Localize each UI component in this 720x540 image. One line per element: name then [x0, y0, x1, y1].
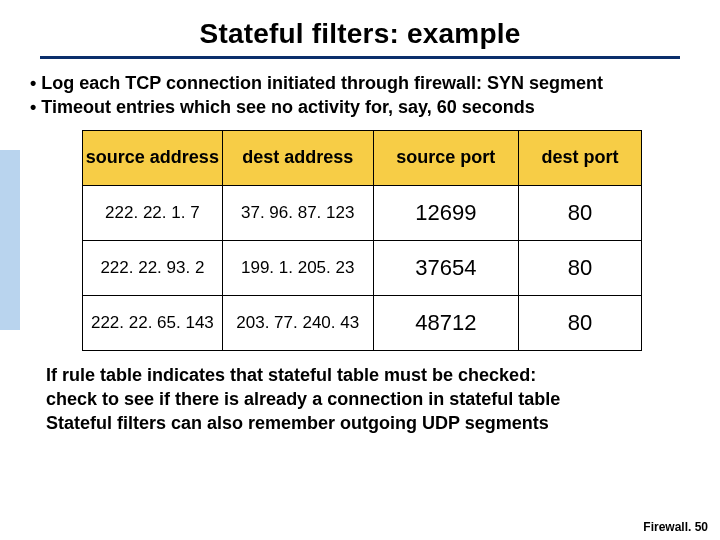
col-header-dest-port: dest port	[519, 130, 642, 185]
closing-line: If rule table indicates that stateful ta…	[46, 363, 708, 387]
cell-source-address: 222. 22. 65. 143	[83, 295, 223, 350]
closing-line: check to see if there is already a conne…	[46, 387, 708, 411]
slide-footer: Firewall. 50	[643, 520, 708, 534]
table-header-row: source address dest address source port …	[83, 130, 642, 185]
stateful-table-wrap: source address dest address source port …	[82, 130, 642, 351]
col-header-source-port: source port	[373, 130, 518, 185]
bullet-item: Timeout entries which see no activity fo…	[30, 95, 708, 119]
col-header-label: dest port	[541, 147, 618, 167]
bullet-list: Log each TCP connection initiated throug…	[30, 71, 708, 120]
cell-dest-port: 80	[519, 240, 642, 295]
col-header-source-address: source address	[83, 130, 223, 185]
closing-line: Stateful filters can also remember outgo…	[46, 411, 708, 435]
slide-title: Stateful filters: example	[200, 18, 521, 50]
cell-source-port: 12699	[373, 185, 518, 240]
cell-dest-port: 80	[519, 295, 642, 350]
table-row: 222. 22. 93. 2 199. 1. 205. 23 37654 80	[83, 240, 642, 295]
cell-source-port: 37654	[373, 240, 518, 295]
cell-dest-address: 37. 96. 87. 123	[222, 185, 373, 240]
table-row: 222. 22. 65. 143 203. 77. 240. 43 48712 …	[83, 295, 642, 350]
stateful-table: source address dest address source port …	[82, 130, 642, 351]
cell-dest-port: 80	[519, 185, 642, 240]
cell-source-address: 222. 22. 1. 7	[83, 185, 223, 240]
title-underline	[40, 56, 680, 59]
cell-dest-address: 199. 1. 205. 23	[222, 240, 373, 295]
col-header-label: source port	[396, 147, 495, 167]
title-wrap: Stateful filters: example	[12, 18, 708, 50]
cell-source-address: 222. 22. 93. 2	[83, 240, 223, 295]
col-header-dest-address: dest address	[222, 130, 373, 185]
slide-container: Stateful filters: example Log each TCP c…	[0, 0, 720, 540]
cell-source-port: 48712	[373, 295, 518, 350]
cell-dest-address: 203. 77. 240. 43	[222, 295, 373, 350]
col-header-label: source address	[86, 147, 219, 167]
table-row: 222. 22. 1. 7 37. 96. 87. 123 12699 80	[83, 185, 642, 240]
closing-text: If rule table indicates that stateful ta…	[46, 363, 708, 436]
bullet-item: Log each TCP connection initiated throug…	[30, 71, 708, 95]
col-header-label: dest address	[242, 147, 353, 167]
